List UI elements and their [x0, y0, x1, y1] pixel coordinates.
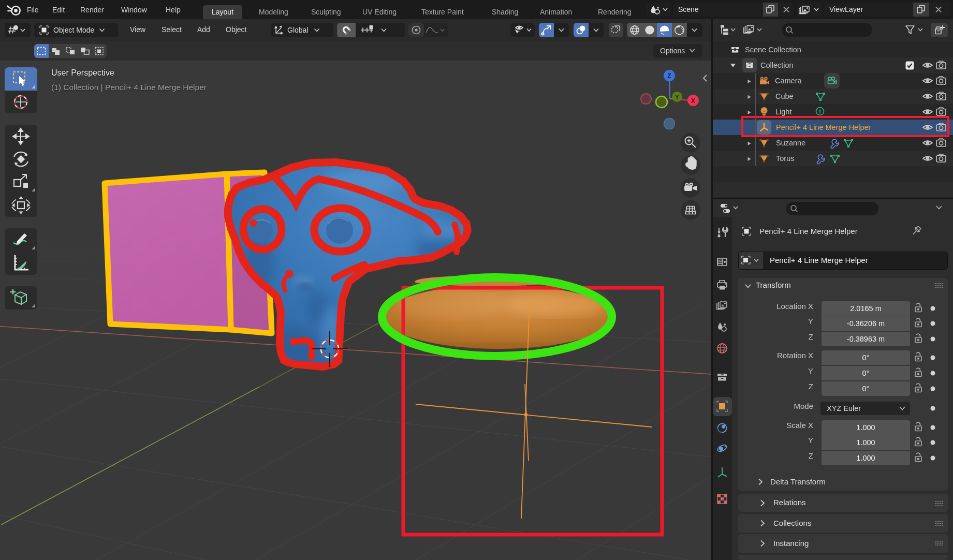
svg-text:Y: Y [675, 94, 679, 101]
svg-text:Z: Z [667, 72, 671, 80]
svg-text:X: X [691, 97, 695, 105]
